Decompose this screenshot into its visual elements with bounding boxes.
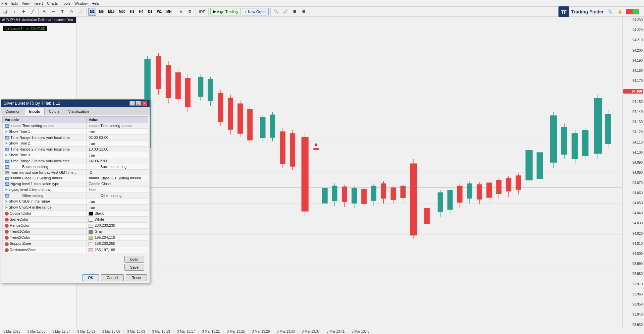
param-value[interactable]: ===== Time setting ===== [87, 123, 148, 129]
menu-help[interactable]: Help [92, 1, 99, 5]
dialog-close-btn[interactable]: ✕ [142, 101, 147, 106]
tab-colors[interactable]: Colors [45, 108, 64, 115]
table-row[interactable]: abTime Range 1 in new york local time02:… [3, 135, 148, 141]
tf-m30[interactable]: M30 [117, 8, 127, 16]
notification-btn[interactable]: 🔔 [616, 8, 624, 16]
tf-m1[interactable]: M1 [88, 8, 96, 16]
param-value[interactable]: 195,204,119 [87, 235, 148, 241]
menu-charts[interactable]: Charts [47, 1, 58, 5]
menu-insert[interactable]: Insert [34, 1, 43, 5]
table-row[interactable]: abTime Range 3 in new york local time14:… [3, 158, 148, 164]
tab-common[interactable]: Common [1, 108, 25, 115]
grid-btn[interactable]: ⊞ [290, 8, 299, 16]
algo-trading-btn[interactable]: ▶ Algo Trading [210, 8, 241, 15]
ok-btn[interactable]: OK [82, 274, 99, 281]
param-value[interactable]: 10:00-11:00 [87, 147, 148, 152]
table-row[interactable]: RangeColor230,230,230 [3, 223, 148, 229]
shapes-btn[interactable]: ◇ [67, 8, 75, 16]
table-row[interactable]: ab===== Class ICT Setting ========== Cla… [3, 175, 148, 181]
table-row[interactable]: ab===== Time setting ========== Time set… [3, 123, 148, 129]
menu-edit[interactable]: Edit [11, 1, 18, 5]
cursor-btn[interactable]: ↖ [40, 8, 48, 16]
table-row[interactable]: abzigzag level 1 calculation typeCandle … [3, 181, 148, 187]
menu-tools[interactable]: Tools [62, 1, 70, 5]
dialog-minimize-btn[interactable]: _ [129, 101, 135, 106]
ide-btn[interactable]: IDE [198, 8, 206, 16]
table-row[interactable]: ➤zigzag level 1 trend showfalse [3, 187, 148, 193]
dialog-content[interactable]: Variable Value ab===== Time setting ====… [1, 115, 150, 255]
menu-view[interactable]: View [22, 1, 30, 5]
search-btn[interactable]: 🔍 [606, 8, 614, 16]
zoom-in2-btn[interactable]: 🔎 [281, 8, 289, 16]
menu-file[interactable]: File [1, 1, 7, 5]
param-value[interactable]: ===== Other setting ===== [87, 193, 148, 199]
pen-btn[interactable]: ✏ [49, 8, 57, 16]
table-row[interactable]: SupportZone188,200,250 [3, 241, 148, 247]
param-value[interactable]: -2 [87, 170, 148, 175]
chart-settings-btn[interactable]: ⚙ [186, 8, 194, 16]
new-order-btn[interactable]: + New Order [242, 8, 269, 15]
param-value[interactable]: false [87, 187, 148, 193]
reset-btn[interactable]: Reset [126, 274, 147, 281]
chart-type-btn[interactable]: 🕯 [177, 8, 185, 16]
tf-m5[interactable]: M5 [97, 8, 105, 16]
load-btn[interactable]: Load [124, 256, 144, 263]
tf-h1[interactable]: H1 [128, 8, 136, 16]
table-row[interactable]: SameColorWhite [3, 217, 148, 223]
line-tool-btn[interactable]: ╱ [29, 8, 37, 16]
param-value[interactable]: true [87, 141, 148, 147]
cancel-btn[interactable]: Cancel [101, 274, 124, 281]
candle-container[interactable] [76, 17, 622, 328]
param-value[interactable]: 14:00-15:00 [87, 158, 148, 164]
crosshair-btn[interactable]: ✛ [19, 8, 28, 16]
param-value[interactable]: ===== Backtest setting ===== [87, 164, 148, 170]
param-value[interactable]: ===== Class ICT Setting ===== [87, 175, 148, 181]
param-value[interactable]: true [87, 152, 148, 158]
param-value[interactable]: true [87, 199, 148, 205]
table-row[interactable]: ➤Show ChoCH in the rangetrue [3, 205, 148, 211]
param-value[interactable]: 02:00-03:00 [87, 135, 148, 141]
table-row[interactable]: ab===== Other setting ========== Other s… [3, 193, 148, 199]
overview-btn[interactable]: ⊟ [300, 8, 308, 16]
param-value[interactable]: 188,200,250 [87, 241, 148, 247]
menu-window[interactable]: Window [74, 1, 88, 5]
time-13: 3 Mar 13:41 [323, 330, 348, 333]
table-row[interactable]: ➤Show Time 2true [3, 141, 148, 147]
table-row[interactable]: OppositColorBlack [3, 211, 148, 217]
tf-w1[interactable]: W1 [155, 8, 164, 16]
new-chart-btn[interactable]: 📊 [1, 8, 9, 16]
dialog-restore-btn[interactable]: □ [136, 101, 141, 106]
tf-h4[interactable]: H4 [137, 8, 145, 16]
table-row[interactable]: ➤Show CISDs in the rangetrue [3, 199, 148, 205]
table-row[interactable]: Trend1ColorGray [3, 229, 148, 235]
param-value[interactable]: true [87, 205, 148, 211]
dialog-titlebar[interactable]: Silver Bullet MT5 By TFlab 1.12 _ □ ✕ [1, 100, 150, 107]
param-value[interactable]: Black [87, 211, 148, 217]
param-value[interactable]: Candle Close [87, 181, 148, 187]
tf-mn[interactable]: MN [165, 8, 173, 16]
table-row[interactable]: abTime Range 2 in new york local time10:… [3, 147, 148, 152]
param-value[interactable]: true [87, 129, 148, 135]
table-row[interactable]: ➤Show Time 3true [3, 152, 148, 158]
param-value[interactable]: 255,197,188 [87, 247, 148, 253]
text-btn[interactable]: T [58, 8, 66, 16]
tf-d1[interactable]: D1 [146, 8, 154, 16]
indicators-btn[interactable]: 📈 [76, 8, 85, 16]
tab-visualization[interactable]: Visualization [64, 108, 93, 115]
param-value[interactable]: White [87, 217, 148, 223]
param-value[interactable]: 230,230,230 [87, 223, 148, 229]
param-value[interactable]: Gray [87, 229, 148, 235]
table-row[interactable]: Trend2Color195,204,119 [3, 235, 148, 241]
tab-inputs[interactable]: Inputs [25, 108, 45, 115]
svg-rect-72 [400, 186, 406, 198]
table-row[interactable]: ab===== Backtest setting ========== Back… [3, 164, 148, 170]
chart-title: AUDJPY,M1: Australian Dollar vs Japanese… [0, 17, 76, 23]
zoom-in-btn[interactable]: + [10, 8, 18, 16]
save-btn[interactable]: Save [124, 264, 144, 271]
candlestick-chart [76, 17, 622, 328]
tf-m15[interactable]: M15 [106, 8, 116, 16]
table-row[interactable]: ResistanceZone255,197,188 [3, 247, 148, 253]
table-row[interactable]: ➤Show Time 1true [3, 129, 148, 135]
zoom-out-btn[interactable]: 🔍 [272, 8, 280, 16]
table-row[interactable]: 01!warning just use for backtest GMT min… [3, 170, 148, 175]
